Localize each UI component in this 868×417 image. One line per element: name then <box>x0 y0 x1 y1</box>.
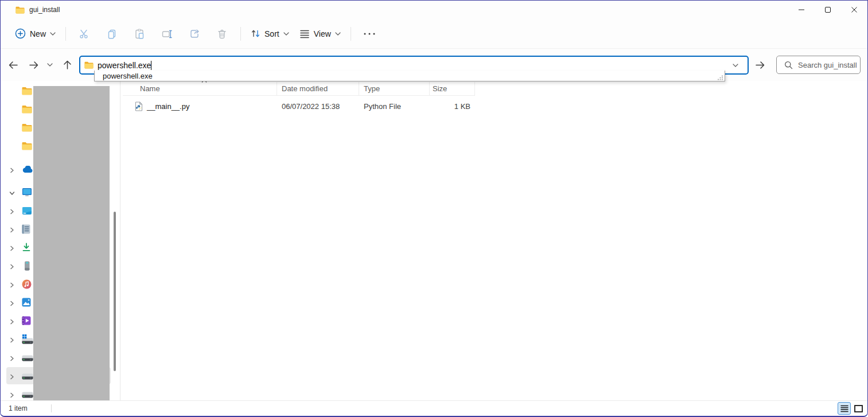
chevron-down-icon <box>283 32 289 36</box>
search-icon <box>784 61 793 69</box>
table-row[interactable]: __main__.py 06/07/2022 15:38 Python File… <box>123 99 475 113</box>
phone-device-icon <box>22 261 32 271</box>
toolbar-separator <box>351 27 351 41</box>
chevron-right-icon[interactable] <box>9 391 15 397</box>
go-arrow-icon <box>755 60 765 70</box>
music-icon <box>22 279 32 289</box>
cut-icon <box>79 28 90 40</box>
drive-icon <box>22 390 33 398</box>
paste-button[interactable] <box>128 24 151 44</box>
rename-button[interactable] <box>155 24 178 44</box>
rename-icon <box>161 28 173 40</box>
new-button-label: New <box>30 29 46 38</box>
details-view-button[interactable] <box>838 402 851 415</box>
address-dropdown-button[interactable] <box>730 60 741 71</box>
see-more-button[interactable] <box>358 24 381 44</box>
file-name-cell: __main__.py <box>123 102 277 111</box>
file-type-cell: Python File <box>359 102 430 111</box>
delete-button[interactable] <box>211 24 233 44</box>
downloads-icon <box>22 243 31 252</box>
toolbar-separator <box>65 27 66 41</box>
resize-grip-icon[interactable] <box>718 75 723 80</box>
folder-icon <box>84 61 94 69</box>
view-icon <box>299 29 310 38</box>
share-icon <box>189 28 200 40</box>
column-header-name[interactable]: Name <box>123 82 277 95</box>
drive-icon <box>22 353 33 361</box>
back-button[interactable] <box>5 57 21 73</box>
search-box[interactable] <box>776 56 861 74</box>
go-button[interactable] <box>752 57 768 73</box>
sort-button-label: Sort <box>264 29 279 38</box>
cut-button[interactable] <box>73 24 96 44</box>
column-header-date-modified[interactable]: Date modified <box>277 82 359 95</box>
toolbar-separator <box>240 27 241 41</box>
folder-icon <box>15 6 25 14</box>
column-header-size[interactable]: Size <box>430 82 475 95</box>
copy-button[interactable] <box>100 24 123 44</box>
chevron-right-icon[interactable] <box>9 166 15 173</box>
chevron-right-icon[interactable] <box>9 354 15 361</box>
chevron-right-icon[interactable] <box>9 336 15 342</box>
column-headers: Name Date modified Type Size <box>123 82 475 96</box>
minimize-button[interactable] <box>788 1 815 19</box>
chevron-down-icon[interactable] <box>9 189 15 196</box>
new-button[interactable]: New <box>10 24 61 44</box>
column-header-type[interactable]: Type <box>359 82 430 95</box>
folder-icon <box>22 87 32 95</box>
chevron-right-icon[interactable] <box>9 299 15 306</box>
view-button[interactable]: View <box>294 24 346 44</box>
onedrive-icon <box>22 166 33 173</box>
drive-icon <box>22 372 33 380</box>
view-button-label: View <box>314 29 331 38</box>
chevron-right-icon[interactable] <box>9 372 15 379</box>
address-input[interactable]: powershell.exe <box>98 61 151 70</box>
this-pc-icon <box>22 188 32 197</box>
paste-icon <box>134 28 145 40</box>
window-title: gui_install <box>29 6 60 14</box>
videos-icon <box>22 316 31 325</box>
ellipsis-icon <box>363 32 376 36</box>
autocomplete-dropdown: powershell.exe <box>94 71 725 81</box>
chevron-down-icon <box>335 32 341 36</box>
folder-icon <box>22 123 32 132</box>
desktop-icon <box>22 206 32 215</box>
chevron-right-icon[interactable] <box>9 225 15 232</box>
file-date-cell: 06/07/2022 15:38 <box>277 102 359 111</box>
redacted-labels-overlay <box>33 86 110 400</box>
chevron-right-icon[interactable] <box>9 207 15 214</box>
sort-button[interactable]: Sort <box>246 24 294 44</box>
chevron-right-icon[interactable] <box>9 280 15 287</box>
file-list-pane: Name Date modified Type Size __main__.py… <box>120 81 867 400</box>
navigation-pane <box>1 81 120 400</box>
folder-icon <box>22 105 32 114</box>
forward-button[interactable] <box>26 57 42 73</box>
chevron-down-icon <box>733 64 738 67</box>
minimize-icon <box>798 6 805 13</box>
autocomplete-item[interactable]: powershell.exe <box>95 71 725 81</box>
python-file-icon <box>134 102 143 111</box>
close-button[interactable] <box>841 1 867 19</box>
large-icons-view-button[interactable] <box>852 402 865 415</box>
documents-icon <box>22 224 30 234</box>
up-button[interactable] <box>59 57 75 73</box>
details-view-icon <box>840 405 848 412</box>
chevron-right-icon[interactable] <box>9 244 15 251</box>
share-button[interactable] <box>183 24 206 44</box>
windows-drive-icon <box>22 334 33 344</box>
view-toggles <box>838 402 865 415</box>
back-arrow-icon <box>8 60 18 70</box>
chevron-right-icon[interactable] <box>9 262 15 269</box>
search-input[interactable] <box>798 61 862 69</box>
file-explorer-window: gui_install New <box>0 0 868 417</box>
recent-locations-button[interactable] <box>44 57 56 73</box>
chevron-down-icon <box>47 63 53 67</box>
chevron-right-icon[interactable] <box>9 317 15 324</box>
plus-circle-icon <box>15 28 26 39</box>
trash-icon <box>216 28 228 40</box>
maximize-icon <box>824 6 831 13</box>
item-count: 1 item <box>9 404 28 412</box>
sidebar-scrollbar[interactable] <box>114 212 116 371</box>
status-bar: 1 item <box>1 400 867 416</box>
maximize-button[interactable] <box>815 1 841 19</box>
